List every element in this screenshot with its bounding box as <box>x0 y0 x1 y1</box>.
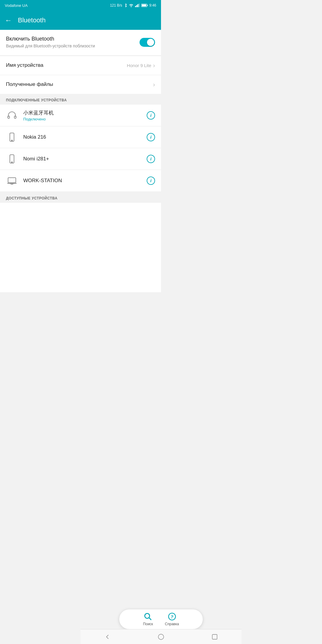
available-section-header: ДОСТУПНЫЕ УСТРОЙСТВА <box>0 192 161 203</box>
status-bar: Vodafone UA 121 B/s 9:46 <box>0 0 161 11</box>
received-files-row[interactable]: Полученные файлы › <box>0 75 161 94</box>
svg-rect-5 <box>142 4 146 7</box>
device-name-nomi: Nomi i281+ <box>23 156 141 162</box>
signal-icon <box>135 4 140 7</box>
device-info-workstation: WORK-STATION <box>23 178 141 184</box>
svg-rect-12 <box>8 178 16 183</box>
bluetooth-enable-subtitle: Видимый для Bluetooth-устройств поблизос… <box>6 43 140 49</box>
device-row-nokia[interactable]: Nokia 216 i <box>0 126 161 148</box>
device-name-row[interactable]: Имя устройства Honor 9 Lite › <box>0 56 161 75</box>
toolbar: ← Bluetooth <box>0 11 161 30</box>
svg-rect-3 <box>139 4 140 7</box>
device-info-nokia: Nokia 216 <box>23 134 141 140</box>
laptop-icon-workstation <box>6 175 18 187</box>
info-button-workstation[interactable]: i <box>147 177 155 185</box>
phone-icon-nomi <box>6 153 18 165</box>
device-name-value: Honor 9 Lite <box>127 63 151 68</box>
svg-point-9 <box>12 140 13 141</box>
bluetooth-enable-text: Включить Bluetooth Видимый для Bluetooth… <box>6 36 140 49</box>
back-button[interactable]: ← <box>5 16 12 24</box>
phone-svg-nokia <box>7 132 17 142</box>
phone-svg-nomi <box>7 154 17 164</box>
device-status-headphones: Подключено <box>23 117 141 121</box>
connected-section-header: ПОДКЛЮЧЕННЫЕ УСТРОЙСТВА <box>0 94 161 105</box>
received-files-chevron: › <box>153 81 155 88</box>
bluetooth-status-icon <box>124 3 127 8</box>
device-name-right: Honor 9 Lite › <box>127 62 155 69</box>
info-button-nomi[interactable]: i <box>147 155 155 163</box>
status-bar-right: 121 B/s 9:46 <box>110 3 156 8</box>
content: Включить Bluetooth Видимый для Bluetooth… <box>0 30 161 292</box>
carrier-text: Vodafone UA <box>5 3 28 8</box>
bluetooth-enable-row: Включить Bluetooth Видимый для Bluetooth… <box>0 30 161 55</box>
received-files-right: › <box>153 81 155 88</box>
laptop-svg-workstation <box>7 176 17 185</box>
svg-rect-1 <box>136 5 137 7</box>
connected-devices-list: 小米蓝牙耳机 Подключено i Nokia 216 i <box>0 105 161 191</box>
headphones-svg <box>7 111 17 120</box>
phone-icon-nokia <box>6 131 18 143</box>
device-info-headphones: 小米蓝牙耳机 Подключено <box>23 109 141 121</box>
bluetooth-enable-title: Включить Bluetooth <box>6 36 140 42</box>
headphones-icon <box>6 109 18 121</box>
time-text: 9:46 <box>149 3 156 7</box>
received-files-label: Полученные файлы <box>6 81 53 87</box>
device-name-chevron: › <box>153 62 155 69</box>
device-name-workstation: WORK-STATION <box>23 178 141 184</box>
page-title: Bluetooth <box>18 16 46 24</box>
battery-icon <box>141 4 148 7</box>
bluetooth-toggle[interactable] <box>140 38 155 47</box>
svg-point-11 <box>12 162 13 162</box>
device-row-headphones[interactable]: 小米蓝牙耳机 Подключено i <box>0 105 161 126</box>
bluetooth-enable-card: Включить Bluetooth Видимый для Bluetooth… <box>0 30 161 55</box>
device-name-nokia: Nokia 216 <box>23 134 141 140</box>
svg-rect-2 <box>137 4 138 7</box>
device-name-label: Имя устройства <box>6 62 43 68</box>
device-row-workstation[interactable]: WORK-STATION i <box>0 170 161 191</box>
device-row-nomi[interactable]: Nomi i281+ i <box>0 148 161 170</box>
info-button-nokia[interactable]: i <box>147 133 155 141</box>
device-name-headphones: 小米蓝牙耳机 <box>23 109 141 116</box>
device-info-nomi: Nomi i281+ <box>23 156 141 162</box>
speed-text: 121 B/s <box>110 3 122 7</box>
wifi-icon <box>129 4 134 7</box>
available-devices-empty <box>0 203 161 292</box>
info-button-headphones[interactable]: i <box>147 111 155 120</box>
svg-rect-0 <box>135 6 136 7</box>
